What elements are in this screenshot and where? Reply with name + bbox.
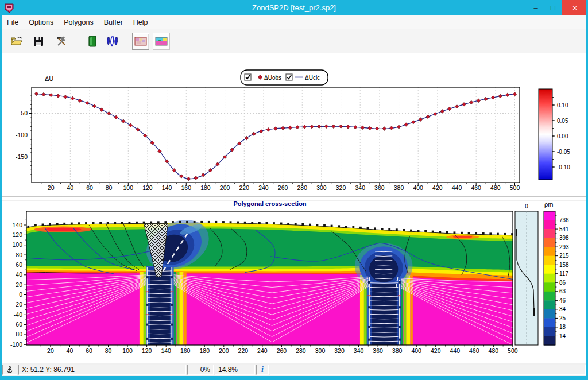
svg-text:120: 120 [142, 184, 153, 191]
svg-text:ΔUclc: ΔUclc [305, 75, 320, 81]
du-colorbar: 0.100.050.00-0.05-0.10 [539, 89, 570, 180]
svg-text:40: 40 [67, 347, 74, 354]
data-pseudosection-icon [134, 37, 147, 46]
svg-text:-0.05: -0.05 [557, 149, 570, 155]
svg-text:40: 40 [67, 184, 74, 191]
svg-text:14: 14 [559, 333, 566, 339]
svg-text:440: 440 [452, 184, 462, 191]
svg-text:280: 280 [297, 184, 307, 191]
green-block-icon [87, 35, 98, 48]
svg-text:215: 215 [559, 253, 569, 259]
svg-text:ΔUobs: ΔUobs [264, 75, 281, 81]
svg-text:500: 500 [508, 347, 518, 354]
svg-text:736: 736 [559, 217, 569, 223]
cross-section-title: Polygonal cross-section [233, 200, 306, 207]
svg-text:63: 63 [559, 288, 566, 294]
menu-polygons[interactable]: Polygons [59, 18, 98, 26]
svg-text:420: 420 [431, 347, 441, 354]
svg-text:-40: -40 [14, 311, 22, 318]
svg-text:420: 420 [432, 184, 443, 191]
svg-text:140: 140 [162, 184, 172, 191]
svg-text:158: 158 [559, 262, 569, 268]
svg-text:200: 200 [219, 347, 229, 354]
open-folder-icon [10, 35, 23, 48]
svg-text:160: 160 [180, 347, 191, 354]
svg-text:20: 20 [47, 347, 54, 354]
open-file-button[interactable] [8, 33, 25, 50]
svg-text:ρm: ρm [544, 201, 553, 208]
cross-section-svg: Polygonal cross-section20406080100120140… [0, 198, 588, 363]
du-axis-label: ΔU [45, 75, 53, 82]
du-legend[interactable]: ΔUobsΔUclc [241, 70, 328, 85]
svg-text:360: 360 [373, 347, 383, 354]
svg-text:18: 18 [559, 324, 566, 330]
hammer-wrench-icon [55, 35, 68, 48]
toolbar [2, 29, 586, 53]
svg-text:220: 220 [239, 184, 249, 191]
svg-text:160: 160 [181, 184, 192, 191]
profile-panel[interactable]: 0 [515, 203, 538, 345]
status-bar: X: 51.2 Y: 86.791 0% 14.8% i [2, 363, 586, 376]
svg-text:300: 300 [315, 347, 326, 354]
svg-text:80: 80 [105, 347, 112, 354]
svg-text:120: 120 [142, 347, 152, 354]
model-section-icon [155, 37, 168, 46]
run-inversion-button[interactable] [84, 33, 101, 50]
menu-options[interactable]: Options [24, 18, 59, 26]
window-border-left [0, 0, 2, 380]
progress-left: 0% [187, 365, 214, 375]
close-button[interactable]: × [562, 0, 588, 15]
status-spare-panel [270, 365, 586, 375]
svg-text:-80: -80 [14, 331, 22, 338]
svg-text:300: 300 [316, 184, 327, 191]
svg-text:0.10: 0.10 [557, 102, 568, 108]
svg-text:20: 20 [48, 184, 55, 191]
svg-text:40: 40 [16, 271, 22, 278]
svg-text:460: 460 [471, 184, 481, 191]
svg-text:34: 34 [559, 306, 566, 312]
save-file-button[interactable] [30, 33, 47, 50]
maximize-button[interactable]: □ [544, 0, 562, 15]
svg-text:140: 140 [12, 222, 22, 228]
observed-data-view-button[interactable] [132, 33, 149, 50]
menu-file[interactable]: File [2, 18, 24, 26]
svg-text:240: 240 [258, 184, 269, 191]
svg-text:380: 380 [394, 184, 404, 191]
minimize-button[interactable]: – [527, 0, 544, 15]
svg-text:440: 440 [450, 347, 460, 354]
polygonal-cross-section-panel[interactable]: Polygonal cross-section20406080100120140… [0, 198, 588, 363]
svg-text:340: 340 [354, 347, 364, 354]
svg-text:-50: -50 [19, 110, 28, 117]
svg-text:541: 541 [559, 226, 569, 232]
du-profile-chart[interactable]: 2040608010012014016018020022024026028030… [0, 53, 588, 196]
menu-buffer[interactable]: Buffer [99, 18, 128, 26]
menu-help[interactable]: Help [128, 18, 153, 26]
svg-text:480: 480 [490, 184, 501, 191]
svg-text:240: 240 [257, 347, 268, 354]
menu-bar: File Options Polygons Buffer Help [2, 15, 586, 29]
blue-waves-icon [106, 35, 120, 48]
svg-text:480: 480 [489, 347, 499, 354]
window-title: ZondSP2D [test_pr2.sp2] [0, 3, 588, 12]
svg-text:293: 293 [559, 244, 569, 250]
svg-text:360: 360 [374, 184, 385, 191]
du-grid: 2040608010012014016018020022024026028030… [16, 87, 520, 191]
svg-text:460: 460 [469, 347, 479, 354]
svg-text:100: 100 [122, 347, 133, 354]
wavelet-filter-button[interactable] [105, 33, 122, 50]
svg-text:80: 80 [16, 251, 22, 258]
tools-button[interactable] [53, 33, 70, 50]
svg-text:100: 100 [12, 241, 22, 248]
svg-text:220: 220 [238, 347, 249, 354]
save-floppy-icon [33, 36, 44, 47]
svg-text:60: 60 [86, 184, 93, 191]
model-section-view-button[interactable] [153, 33, 170, 50]
svg-text:0: 0 [525, 203, 528, 210]
svg-text:60: 60 [86, 347, 92, 354]
info-panel[interactable]: i [256, 365, 269, 375]
info-icon: i [261, 365, 264, 374]
svg-text:280: 280 [296, 347, 306, 354]
svg-text:0.05: 0.05 [557, 118, 568, 124]
svg-text:320: 320 [336, 184, 346, 191]
svg-text:120: 120 [12, 231, 22, 238]
